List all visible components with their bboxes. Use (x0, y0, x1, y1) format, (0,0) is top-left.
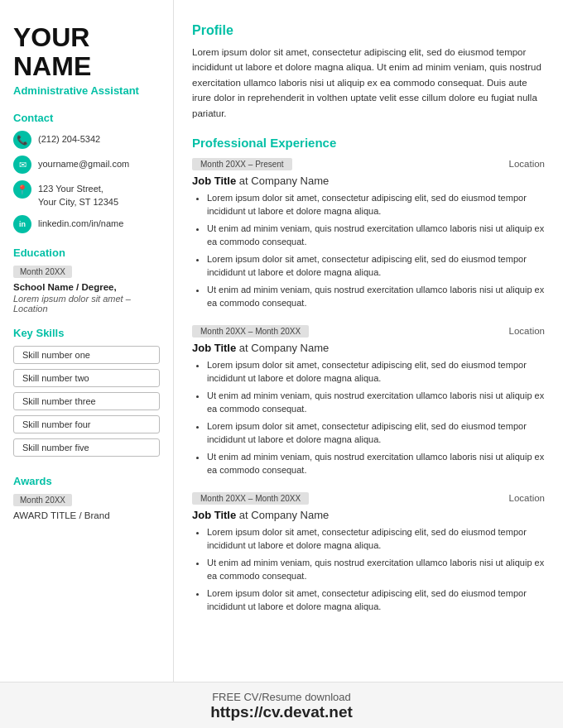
footer-line2: https://cv.devat.net (0, 703, 563, 721)
job-location: Location (509, 493, 545, 503)
job-header: Month 20XX – Month 20XXLocation (192, 492, 545, 505)
job-bullet: Lorem ipsum dolor sit amet, consectetur … (207, 191, 545, 218)
job-date: Month 20XX – Month 20XX (192, 492, 309, 505)
email-icon: ✉ (13, 156, 31, 174)
award-title: AWARD TITLE / Brand (13, 510, 160, 520)
linkedin-icon: in (13, 215, 31, 233)
edu-date: Month 20XX (13, 266, 72, 278)
experience-title: Professional Experience (192, 136, 545, 150)
job-bullet: Lorem ipsum dolor sit amet, consectetur … (207, 252, 545, 280)
job-bullet: Ut enim ad minim veniam, quis nostrud ex… (207, 222, 545, 249)
address-contact: 📍 123 Your Street, Your City, ST 12345 (13, 180, 160, 208)
job-block: Month 20XX – Month 20XXLocationJob Title… (192, 325, 545, 477)
skills-label: Key Skills (13, 327, 160, 339)
job-bullet: Lorem ipsum dolor sit amet, consectetur … (207, 358, 545, 386)
linkedin-contact: in linkedin.com/in/name (13, 215, 160, 233)
phone-icon: 📞 (13, 131, 31, 149)
location-icon: 📍 (13, 180, 31, 199)
education-label: Education (13, 247, 160, 259)
address-line2: Your City, ST 12345 (38, 197, 118, 207)
address-line1: 123 Your Street, (38, 184, 103, 194)
job-block: Month 20XX – PresentLocationJob Title at… (192, 158, 545, 310)
awards-label: Awards (13, 475, 160, 487)
job-bullet: Ut enim ad minim veniam, quis nostrud ex… (207, 450, 545, 477)
job-date: Month 20XX – Present (192, 158, 292, 170)
footer-line1: FREE CV/Resume download (212, 691, 351, 703)
contact-label: Contact (13, 112, 160, 124)
skill-item: Skill number three (13, 392, 160, 410)
jobs-container: Month 20XX – PresentLocationJob Title at… (192, 158, 545, 614)
profile-text: Lorem ipsum dolor sit amet, consectetur … (192, 45, 545, 121)
job-bullets: Lorem ipsum dolor sit amet, consectetur … (192, 191, 545, 310)
skills-list: Skill number oneSkill number twoSkill nu… (13, 346, 160, 462)
last-name: NAME (13, 51, 91, 81)
skill-item: Skill number four (13, 415, 160, 433)
footer-watermark: FREE CV/Resume download https://cv.devat… (0, 682, 563, 728)
job-bullets: Lorem ipsum dolor sit amet, consectetur … (192, 525, 545, 614)
award-block: Month 20XX AWARD TITLE / Brand (13, 494, 160, 520)
phone-text: (212) 204-5342 (38, 131, 100, 146)
edu-school: School Name / Degree, (13, 282, 160, 292)
sidebar-job-title: Administrative Assistant (13, 84, 160, 97)
job-title-line: Job Title at Company Name (192, 175, 545, 187)
job-bullet: Ut enim ad minim veniam, quis nostrud ex… (207, 283, 545, 310)
job-header: Month 20XX – PresentLocation (192, 158, 545, 170)
skill-item: Skill number two (13, 369, 160, 387)
job-bullet: Lorem ipsum dolor sit amet, consectetur … (207, 419, 545, 447)
job-bullet: Ut enim ad minim veniam, quis nostrud ex… (207, 556, 545, 583)
right-panel: Profile Lorem ipsum dolor sit amet, cons… (174, 0, 563, 682)
email-contact: ✉ yourname@gmail.com (13, 156, 160, 174)
name-block: YOUR NAME Administrative Assistant (13, 23, 160, 97)
phone-contact: 📞 (212) 204-5342 (13, 131, 160, 149)
job-header: Month 20XX – Month 20XXLocation (192, 325, 545, 338)
profile-title: Profile (192, 23, 545, 38)
skill-item: Skill number one (13, 346, 160, 364)
job-bullets: Lorem ipsum dolor sit amet, consectetur … (192, 358, 545, 477)
email-text: yourname@gmail.com (38, 156, 129, 170)
full-name: YOUR NAME (13, 23, 160, 81)
job-date: Month 20XX – Month 20XX (192, 325, 309, 338)
job-bullet: Lorem ipsum dolor sit amet, consectetur … (207, 525, 545, 553)
job-title-line: Job Title at Company Name (192, 509, 545, 521)
job-location: Location (509, 326, 545, 336)
job-bullet: Lorem ipsum dolor sit amet, consectetur … (207, 587, 545, 614)
first-name: YOUR (13, 22, 89, 52)
sidebar: YOUR NAME Administrative Assistant Conta… (0, 0, 174, 682)
job-title-line: Job Title at Company Name (192, 342, 545, 354)
job-block: Month 20XX – Month 20XXLocationJob Title… (192, 492, 545, 614)
edu-desc: Lorem ipsum dolor sit amet – Location (13, 294, 160, 314)
job-bullet: Ut enim ad minim veniam, quis nostrud ex… (207, 389, 545, 416)
skill-item: Skill number five (13, 438, 160, 457)
address-text: 123 Your Street, Your City, ST 12345 (38, 180, 118, 208)
award-date: Month 20XX (13, 494, 72, 506)
linkedin-text: linkedin.com/in/name (38, 215, 123, 230)
main-content: YOUR NAME Administrative Assistant Conta… (0, 0, 563, 682)
job-location: Location (509, 159, 545, 169)
resume-page: YOUR NAME Administrative Assistant Conta… (0, 0, 563, 728)
education-block: Month 20XX School Name / Degree, Lorem i… (13, 266, 160, 314)
